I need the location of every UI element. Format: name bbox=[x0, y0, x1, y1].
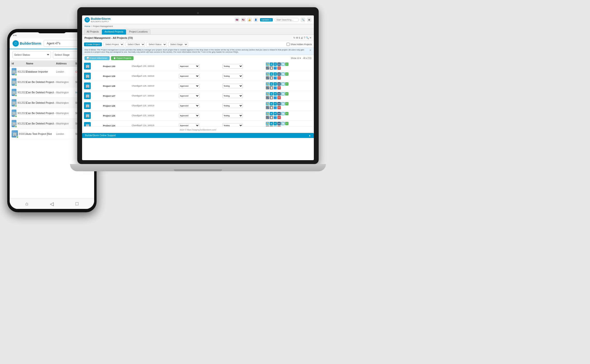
action-icon[interactable]: ✏️ bbox=[266, 122, 269, 125]
action-icon[interactable]: ⊕ bbox=[270, 82, 273, 86]
info-close-btn[interactable]: ✕ bbox=[309, 49, 311, 52]
action-icon[interactable]: 👥 bbox=[274, 66, 277, 70]
home-nav-icon[interactable]: ⌂ bbox=[25, 201, 28, 206]
tab-project-locations[interactable]: Project Locations bbox=[126, 29, 150, 34]
square-nav-icon[interactable]: □ bbox=[76, 201, 78, 206]
action-icon[interactable]: + bbox=[285, 62, 288, 66]
action-icon[interactable]: 📄 bbox=[281, 82, 285, 86]
export-milestones-button[interactable]: 📊 Export Milestones bbox=[84, 56, 110, 60]
action-icon[interactable]: 📋 bbox=[270, 76, 273, 80]
grid-icon[interactable]: ⊞ bbox=[307, 18, 311, 22]
action-icon[interactable]: 🐾 bbox=[266, 96, 269, 99]
action-icon[interactable]: ✕ bbox=[277, 116, 281, 119]
action-icon[interactable]: ⊞ bbox=[277, 72, 281, 76]
filter-stage-select[interactable]: Select Stage bbox=[168, 42, 188, 47]
action-icon[interactable]: ⊕ bbox=[270, 62, 273, 66]
updates-button[interactable]: Updates 1 bbox=[260, 18, 273, 21]
support-bar[interactable]: BuilderStorm Online Support ▲ bbox=[82, 133, 314, 138]
export-projects-button[interactable]: 📋 Export Projects bbox=[111, 56, 133, 60]
tab-all-projects[interactable]: All Projects bbox=[84, 29, 101, 34]
refresh-icon[interactable]: ↻ bbox=[293, 36, 295, 39]
action-icon[interactable]: ✏️ bbox=[266, 112, 269, 115]
action-icon[interactable]: ✏️ bbox=[266, 92, 269, 96]
breadcrumb-home[interactable]: Home bbox=[84, 25, 90, 27]
flag-icon[interactable]: 🇬🇧 bbox=[235, 18, 239, 22]
action-icon[interactable]: ⊞ bbox=[277, 82, 281, 86]
action-icon[interactable]: + bbox=[285, 102, 288, 105]
back-nav-icon[interactable]: ◁ bbox=[50, 201, 54, 207]
action-icon[interactable]: 📋 bbox=[270, 126, 273, 126]
help-icon[interactable]: ? bbox=[304, 36, 305, 39]
action-icon[interactable]: 👥 bbox=[274, 116, 277, 119]
action-icon[interactable]: 👥 bbox=[274, 106, 277, 109]
action-icon[interactable]: ✕ bbox=[277, 76, 281, 80]
action-icon[interactable]: ✏️ bbox=[266, 82, 269, 86]
action-icon[interactable]: 🐾 bbox=[266, 116, 269, 119]
print-icon[interactable]: 🖨 bbox=[301, 36, 303, 39]
action-icon[interactable]: ✏️ bbox=[266, 102, 269, 105]
action-icon[interactable]: ✕ bbox=[277, 106, 281, 109]
action-icon[interactable]: + bbox=[285, 122, 288, 125]
action-icon[interactable]: ✕ bbox=[277, 126, 281, 126]
project-status-select[interactable]: Approved bbox=[179, 113, 199, 118]
filter-project-select[interactable]: Select Project bbox=[103, 42, 124, 47]
action-icon[interactable]: ✈ bbox=[274, 92, 277, 96]
search2-icon[interactable]: 🔍 bbox=[306, 36, 309, 39]
action-icon[interactable]: 👥 bbox=[274, 86, 277, 89]
action-icon[interactable]: ⊞ bbox=[277, 102, 281, 105]
action-icon[interactable]: 📋 bbox=[270, 66, 273, 70]
action-icon[interactable]: ⊞ bbox=[277, 122, 281, 125]
close-icon[interactable]: ✕ bbox=[309, 36, 311, 39]
info-icon[interactable]: ℹ bbox=[299, 36, 300, 39]
search-input[interactable] bbox=[275, 18, 299, 22]
action-icon[interactable]: ⊞ bbox=[277, 112, 281, 115]
search-icon[interactable]: 🔍 bbox=[301, 18, 305, 22]
action-icon[interactable]: 🐾 bbox=[266, 86, 269, 89]
action-icon[interactable]: ⊞ bbox=[277, 92, 281, 96]
project-stage-select[interactable]: Testing bbox=[222, 84, 243, 88]
action-icon[interactable]: + bbox=[285, 82, 288, 86]
action-icon[interactable]: 👥 bbox=[274, 126, 277, 126]
action-icon[interactable]: ✈ bbox=[274, 62, 277, 66]
action-icon[interactable]: ✈ bbox=[274, 82, 277, 86]
action-icon[interactable]: ✈ bbox=[274, 102, 277, 105]
project-stage-select[interactable]: Testing bbox=[222, 64, 243, 69]
project-status-select[interactable]: Approved bbox=[179, 84, 199, 88]
tab-archived-projects[interactable]: Archived Projects bbox=[102, 29, 126, 34]
action-icon[interactable]: ✕ bbox=[277, 66, 281, 70]
action-icon[interactable]: 🐾 bbox=[266, 126, 269, 126]
mobile-status-select[interactable]: Select Status bbox=[13, 51, 51, 58]
action-icon[interactable]: 📄 bbox=[281, 112, 285, 115]
action-icon[interactable]: 📄 bbox=[281, 72, 285, 76]
project-stage-select[interactable]: Testing bbox=[222, 113, 243, 118]
project-stage-select[interactable]: Testing bbox=[222, 103, 243, 108]
filter-client-select[interactable]: Select Client bbox=[126, 42, 145, 47]
action-icon[interactable]: ✏️ bbox=[266, 72, 269, 76]
action-icon[interactable]: 📋 bbox=[270, 96, 273, 99]
action-icon[interactable]: 📄 bbox=[281, 122, 285, 125]
project-status-select[interactable]: Approved bbox=[179, 64, 199, 69]
action-icon[interactable]: 👥 bbox=[274, 96, 277, 99]
action-icon[interactable]: 🐾 bbox=[266, 66, 269, 70]
action-icon[interactable]: ✈ bbox=[274, 122, 277, 125]
filter-status-select[interactable]: Select Status bbox=[147, 42, 167, 47]
action-icon[interactable]: 📄 bbox=[281, 102, 285, 105]
action-icon[interactable]: + bbox=[285, 112, 288, 115]
action-icon[interactable]: 🐾 bbox=[266, 76, 269, 80]
action-icon[interactable]: ⊕ bbox=[270, 72, 273, 76]
action-icon[interactable]: + bbox=[285, 72, 288, 76]
action-icon[interactable]: 📋 bbox=[270, 116, 273, 119]
action-icon[interactable]: ✈ bbox=[274, 72, 277, 76]
create-project-button[interactable]: Create Project bbox=[84, 42, 102, 46]
project-status-select[interactable]: Approved bbox=[179, 123, 199, 127]
action-icon[interactable]: ✈ bbox=[274, 112, 277, 115]
flag2-icon[interactable]: 🇺🇸 bbox=[241, 18, 246, 22]
action-icon[interactable]: 🐾 bbox=[266, 106, 269, 109]
avatar-icon[interactable]: 👤 bbox=[254, 18, 258, 22]
project-status-select[interactable]: Approved bbox=[179, 74, 199, 78]
project-stage-select[interactable]: Testing bbox=[222, 94, 243, 98]
action-icon[interactable]: ⊕ bbox=[270, 112, 273, 115]
action-icon[interactable]: ✏️ bbox=[266, 62, 269, 66]
action-icon[interactable]: ✕ bbox=[277, 96, 281, 99]
action-icon[interactable]: 📄 bbox=[281, 62, 285, 66]
